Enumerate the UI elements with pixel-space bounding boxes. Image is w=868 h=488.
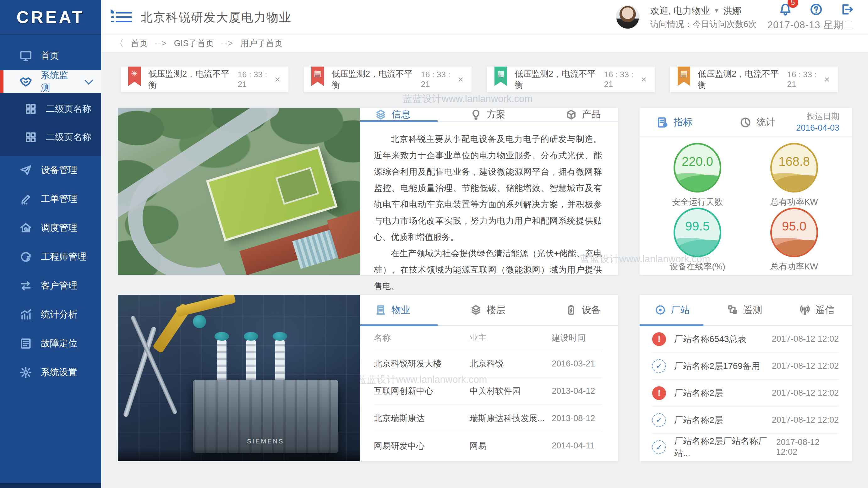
close-icon[interactable]: × bbox=[824, 74, 830, 85]
sidebar-subitem-1[interactable]: 二级页名称 bbox=[0, 95, 101, 123]
sidebar-subitem-2[interactable]: 二级页名称 bbox=[0, 123, 101, 151]
tab-label: 统计 bbox=[756, 116, 775, 129]
alert-card[interactable]: ▤ 低压监测2，电流不平衡 16 : 33 : 21 × bbox=[304, 67, 471, 92]
welcome-block: 欢迎, 电力物业 ▼ 洪娜 访问情况：今日访问次数6次 bbox=[650, 4, 757, 30]
col-owner: 业主 bbox=[470, 332, 552, 344]
station-row[interactable]: ✓ 厂站名称2层 2017-08-12 12:02 bbox=[652, 407, 839, 434]
building-icon bbox=[375, 304, 386, 316]
table-row[interactable]: 北京科锐研发大楼北京科锐2016-03-21 bbox=[374, 350, 602, 378]
sidebar-item-device-mgmt[interactable]: 设备管理 bbox=[0, 156, 101, 185]
alert-time: 16 : 33 : 21 bbox=[787, 70, 824, 89]
sidebar-item-stats-analysis[interactable]: 统计分析 bbox=[0, 300, 101, 329]
breadcrumb-user[interactable]: 用户子首页 bbox=[240, 38, 283, 49]
sidebar-item-label: 系统设置 bbox=[41, 366, 77, 379]
chevron-down-icon bbox=[85, 76, 93, 85]
watermark: 蓝蓝设计www.lanlanwork.com bbox=[403, 92, 532, 105]
tab-property[interactable]: 物业 bbox=[375, 304, 410, 317]
station-row[interactable]: ! 厂站名称6543总表 2017-08-12 12:02 bbox=[652, 326, 839, 353]
sync-gear-icon bbox=[20, 251, 32, 263]
tab-label: 设备 bbox=[582, 304, 601, 317]
col-name: 名称 bbox=[374, 332, 470, 344]
gauge-label: 总有功率KW bbox=[770, 196, 818, 207]
tab-stats[interactable]: 统计 bbox=[740, 116, 775, 129]
sidebar-item-dispatch-mgmt[interactable]: 调度管理 bbox=[0, 214, 101, 242]
logout-icon[interactable] bbox=[840, 3, 854, 16]
description-paragraph-1: 北京科锐主要从事配电设备及电力电子的研发与制造。 近年来致力于企事业单位的电力物… bbox=[374, 131, 602, 245]
main-column: 北京科锐研发大厦电力物业 欢迎, 电力物业 ▼ 洪娜 访问情况：今日访问次数6次 bbox=[101, 0, 868, 488]
tab-label: 物业 bbox=[392, 304, 410, 317]
tab-floor[interactable]: 楼层 bbox=[470, 304, 505, 317]
alert-card[interactable]: ✳ 低压监测2，电流不平衡 16 : 33 : 21 × bbox=[121, 67, 288, 92]
grid-icon bbox=[25, 131, 37, 143]
network-nodes-icon bbox=[727, 304, 738, 316]
close-icon[interactable]: × bbox=[275, 74, 280, 85]
username[interactable]: 洪娜 bbox=[723, 4, 741, 18]
building-info-card: 信息 方案 产品 北京科锐主要从事配电 bbox=[118, 108, 618, 275]
back-arrow[interactable]: 〈 bbox=[114, 37, 124, 50]
commission-date: 投运日期 2016-04-03 bbox=[796, 110, 839, 134]
alert-ribbon-icon: ▦ bbox=[494, 67, 507, 86]
station-tabs: 厂站 遥测 遥信 bbox=[640, 295, 852, 326]
help-icon[interactable] bbox=[810, 3, 823, 16]
close-icon[interactable]: × bbox=[458, 74, 463, 85]
sidebar-subitem-label: 二级页名称 bbox=[46, 131, 91, 143]
user-avatar[interactable] bbox=[616, 5, 640, 29]
alert-card[interactable]: ▦ 低压监测2，电流不平衡 16 : 33 : 21 × bbox=[487, 67, 655, 92]
table-row[interactable]: 互联网创新中心中关村软件园2013-04-12 bbox=[374, 378, 602, 405]
monitor-icon bbox=[20, 50, 32, 62]
alert-banner-row: ✳ 低压监测2，电流不平衡 16 : 33 : 21 × ▤ 低压监测2，电流不… bbox=[121, 67, 852, 92]
sidebar-item-engineer-mgmt[interactable]: 工程师管理 bbox=[0, 242, 101, 271]
grid-icon bbox=[25, 103, 37, 115]
layers-icon bbox=[375, 109, 386, 120]
alert-text: 低压监测2，电流不平衡 bbox=[698, 68, 779, 91]
alert-time: 16 : 33 : 21 bbox=[238, 70, 275, 89]
sidebar-item-system-monitor[interactable]: 系统监测 bbox=[0, 70, 101, 93]
sidebar-item-label: 客户管理 bbox=[41, 280, 77, 292]
gauge-device-online: 99.5 设备在线率(%) bbox=[649, 207, 746, 272]
tab-device[interactable]: 设备 bbox=[565, 304, 601, 317]
sidebar-item-label: 统计分析 bbox=[41, 308, 77, 321]
layers-icon bbox=[470, 304, 482, 316]
tab-station[interactable]: 厂站 bbox=[655, 304, 690, 317]
chart-icon bbox=[20, 308, 32, 321]
description-paragraph-2: 在生产领域为社会提供绿色清洁能源（光伏+储能、充电桩）、在技术领域为能源互联网（… bbox=[374, 245, 602, 294]
close-icon[interactable]: × bbox=[641, 74, 647, 85]
menu-toggle-icon[interactable] bbox=[116, 11, 132, 24]
sidebar-item-workorder-mgmt[interactable]: 工单管理 bbox=[0, 185, 101, 214]
property-card: SIEMENS 物业 楼层 bbox=[118, 295, 618, 461]
alert-ribbon-icon: ▤ bbox=[311, 67, 324, 86]
sidebar-item-system-settings[interactable]: 系统设置 bbox=[0, 358, 101, 387]
table-row[interactable]: 北京瑞斯康达瑞斯康达科技发展...2013-08-12 bbox=[374, 405, 602, 432]
current-date: 2017-08-13 bbox=[768, 20, 820, 30]
sidebar-item-customer-mgmt[interactable]: 客户管理 bbox=[0, 271, 101, 300]
alert-ribbon-icon: ▤ bbox=[678, 67, 690, 86]
station-row[interactable]: ✓ 厂站名称2层厂站名称厂站... 2017-08-12 12:02 bbox=[652, 434, 839, 461]
alert-status-icon: ! bbox=[652, 332, 666, 346]
tab-metrics[interactable]: 指标 bbox=[657, 116, 692, 129]
building-photo bbox=[118, 108, 360, 275]
tab-product[interactable]: 产品 bbox=[565, 108, 601, 121]
app-root: CREAT 首页 系统监测 二级页名称 二级页名称 bbox=[0, 0, 868, 488]
pencil-icon bbox=[20, 193, 32, 205]
commission-date-label: 投运日期 bbox=[796, 110, 839, 122]
alert-text: 低压监测2，电流不平衡 bbox=[515, 68, 596, 91]
tab-telesignal[interactable]: 遥信 bbox=[799, 304, 834, 317]
notification-bell-icon[interactable]: 5 bbox=[779, 3, 792, 16]
lightbulb-icon bbox=[470, 109, 482, 120]
tab-label: 指标 bbox=[674, 116, 692, 129]
alert-card[interactable]: ▤ 低压监测2，电流不平衡 16 : 33 : 21 × bbox=[670, 67, 838, 92]
caret-down-icon[interactable]: ▼ bbox=[714, 7, 719, 15]
commission-date-value[interactable]: 2016-04-03 bbox=[796, 122, 839, 134]
sidebar-item-label: 系统监测 bbox=[41, 69, 76, 94]
table-row[interactable]: 网易研发中心网易2014-04-11 bbox=[374, 432, 602, 459]
sidebar-item-fault-location[interactable]: 故障定位 bbox=[0, 329, 101, 358]
tab-solution[interactable]: 方案 bbox=[470, 108, 505, 121]
station-row[interactable]: ✓ 厂站名称2层1769备用 2017-08-12 12:02 bbox=[652, 353, 839, 380]
breadcrumb-home[interactable]: 首页 bbox=[131, 38, 148, 49]
sidebar-item-label: 故障定位 bbox=[41, 337, 77, 350]
sidebar-item-home[interactable]: 首页 bbox=[0, 41, 101, 70]
station-row[interactable]: ! 厂站名称2层 2017-08-12 12:02 bbox=[652, 380, 839, 407]
breadcrumb-gis[interactable]: GIS子首页 bbox=[174, 38, 214, 49]
tab-info[interactable]: 信息 bbox=[375, 108, 410, 121]
tab-telemetry[interactable]: 遥测 bbox=[727, 304, 762, 317]
